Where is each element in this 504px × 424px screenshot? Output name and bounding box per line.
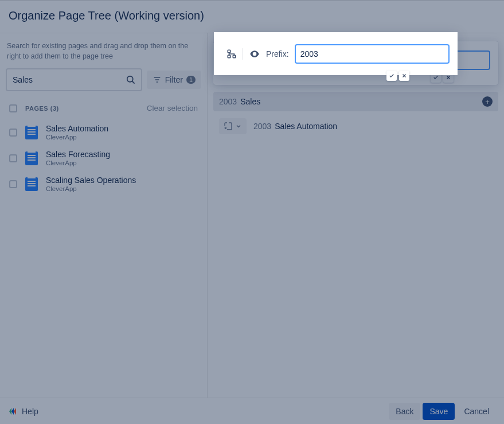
svg-point-8 (253, 59, 255, 61)
svg-rect-7 (227, 61, 230, 64)
page-item-space: CleverApp (46, 185, 136, 192)
cancel-prefix-button[interactable] (399, 71, 409, 81)
page-item-space: CleverApp (46, 160, 110, 166)
svg-point-0 (127, 76, 133, 82)
prefix-label: Prefix: (265, 56, 288, 65)
row-checkbox[interactable] (9, 154, 17, 162)
list-item[interactable]: Scaling Sales Operations CleverApp (7, 171, 200, 197)
search-hint: Search for existing pages and drag and d… (6, 41, 201, 68)
confirm-prefix-button[interactable] (431, 72, 441, 83)
tree-child-row[interactable]: 2003 Sales Automation (213, 118, 498, 134)
save-button[interactable]: Save (423, 403, 455, 420)
page-link-icon (224, 122, 233, 131)
page-list: Sales Automation CleverApp Sales Forecas… (6, 117, 201, 199)
tree-icon (226, 55, 236, 65)
row-checkbox[interactable] (9, 129, 17, 137)
cancel-button[interactable]: Cancel (457, 403, 496, 420)
search-icon (125, 74, 136, 85)
page-item-title: Sales Automation (46, 124, 108, 133)
list-item[interactable]: Sales Automation CleverApp (7, 119, 200, 145)
tree-root-prefix: 2003 (219, 97, 237, 106)
help-icon (8, 407, 17, 416)
pages-count-label: PAGES (3) (25, 105, 59, 112)
add-child-button[interactable]: + (482, 96, 493, 107)
cancel-prefix-button[interactable] (443, 72, 454, 83)
tree-child-prefix: 2003 (253, 122, 271, 131)
help-link[interactable]: Help (8, 407, 38, 416)
page-icon (25, 177, 38, 191)
list-item[interactable]: Sales Forecasting CleverApp (7, 145, 200, 171)
chevron-down-icon[interactable] (235, 123, 242, 130)
svg-rect-6 (232, 61, 235, 64)
tree-child-name: Sales Automation (275, 122, 337, 131)
back-button[interactable]: Back (389, 403, 420, 420)
row-checkbox[interactable] (9, 180, 17, 188)
clear-selection-link[interactable]: Clear selection (147, 104, 198, 112)
filter-icon (153, 75, 162, 84)
select-all-checkbox[interactable] (9, 104, 17, 112)
search-input[interactable] (13, 75, 125, 84)
svg-line-1 (132, 81, 134, 84)
prefix-input[interactable] (295, 44, 450, 64)
tree-root-row[interactable]: 2003 Sales + (213, 92, 498, 111)
filter-button[interactable]: Filter 1 (147, 71, 201, 89)
page-item-space: CleverApp (46, 134, 108, 141)
left-panel: Search for existing pages and drag and d… (0, 33, 208, 399)
tree-root-name: Sales (240, 97, 260, 106)
tree-area: 2003 Sales + 2003 Sales Automation (213, 92, 498, 134)
filter-count-badge: 1 (186, 76, 196, 84)
search-input-wrapper[interactable] (6, 68, 142, 91)
right-panel: Prefix: 2003 Sales + (208, 33, 504, 399)
footer: Help Back Save Cancel (0, 398, 504, 424)
confirm-prefix-button[interactable] (386, 71, 397, 81)
page-item-title: Sales Forecasting (46, 150, 110, 159)
page-icon (25, 151, 38, 165)
page-item-title: Scaling Sales Operations (46, 176, 136, 185)
help-label: Help (22, 407, 38, 416)
filter-label: Filter (165, 75, 183, 84)
page-icon (25, 126, 38, 139)
page-title: Organize Page Tree (Working version) (9, 9, 495, 22)
svg-rect-5 (227, 56, 230, 59)
eye-icon[interactable] (248, 55, 260, 66)
